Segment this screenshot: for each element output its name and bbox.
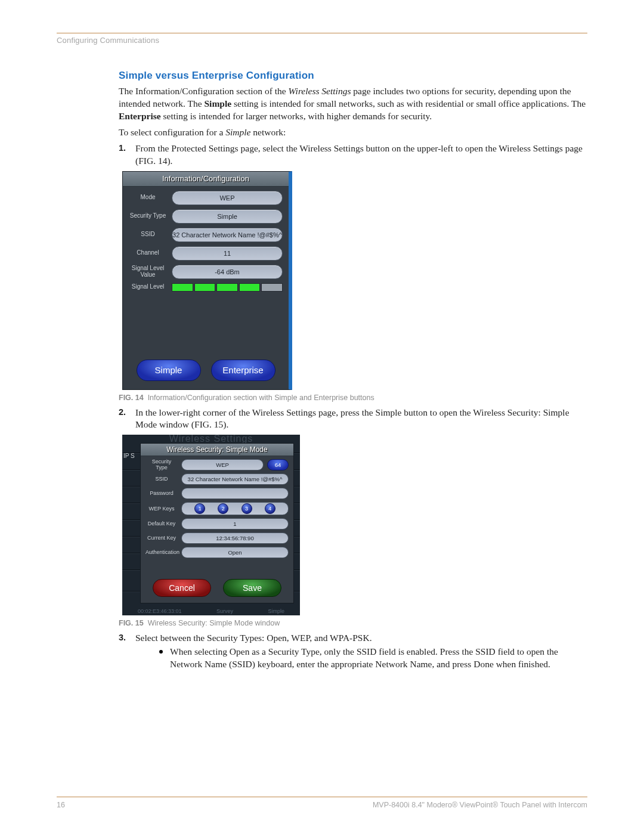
- intro-paragraph: The Information/Configuration section of…: [119, 85, 587, 123]
- fig15-ssid-label: SSID: [145, 476, 178, 482]
- wep-key-4[interactable]: 4: [265, 503, 275, 514]
- wep-key-2[interactable]: 2: [218, 503, 228, 514]
- fig15-caption: FIG. 15 Wireless Security: Simple Mode w…: [119, 619, 587, 627]
- fig14-siglevel-label: Signal Level: [129, 284, 167, 290]
- step-1: 1.From the Protected Settings page, sele…: [119, 143, 587, 168]
- cancel-button[interactable]: Cancel: [153, 579, 211, 597]
- page-number: 16: [57, 801, 65, 809]
- wep-key-3[interactable]: 3: [242, 503, 252, 514]
- header-section: Configuring Communications: [57, 36, 587, 45]
- fig14-mode-label: Mode: [129, 194, 167, 201]
- fig14-mode-value[interactable]: WEP: [172, 191, 283, 205]
- fig15-panel: Wireless Settings IP S Wireless Security…: [122, 435, 300, 615]
- fig15-auth-label: Authentication: [145, 550, 178, 555]
- fig15-ssid-value[interactable]: 32 Character Network Name !@#$%^: [181, 473, 289, 485]
- fig15-defaultkey-label: Default Key: [145, 521, 178, 527]
- fig15-dialog-title: Wireless Security: Simple Mode: [141, 444, 293, 456]
- fig15-footer-ghost: 00:02:E3:46:33:01 Survey Simple: [122, 608, 300, 614]
- fig14-signal-meter: [172, 283, 283, 292]
- wep-key-1[interactable]: 1: [194, 503, 205, 514]
- fig15-edge-label: IP S: [123, 453, 135, 459]
- fig15-password-label: Password: [145, 491, 178, 496]
- save-button[interactable]: Save: [223, 579, 281, 597]
- fig15-security-chip[interactable]: 64: [267, 459, 289, 470]
- fig15-wepkeys-label: WEP Keys: [145, 506, 178, 512]
- fig14-title: Information/Configuration: [123, 172, 289, 187]
- enterprise-button[interactable]: Enterprise: [211, 360, 275, 381]
- fig14-siglevelval-value: -64 dBm: [172, 265, 283, 279]
- intro2-paragraph: To select configuration for a Simple net…: [119, 126, 587, 139]
- fig15-dialog: Wireless Security: Simple Mode Security …: [140, 443, 294, 603]
- step-2: 2.In the lower-right corner of the Wirel…: [119, 407, 587, 432]
- fig15-auth-value[interactable]: Open: [181, 547, 289, 558]
- fig14-panel: Information/Configuration Mode WEP Secur…: [122, 171, 292, 390]
- step-3: 3.Select between the Security Types: Ope…: [119, 632, 587, 671]
- fig14-channel-label: Channel: [129, 250, 167, 256]
- fig15-wepkeys-row: 1234: [181, 502, 289, 515]
- fig14-ssid-label: SSID: [129, 231, 167, 238]
- simple-button[interactable]: Simple: [137, 360, 201, 381]
- fig14-security-label: Security Type: [129, 213, 167, 219]
- fig15-password-value[interactable]: [181, 488, 289, 499]
- page-footer: 16 MVP-8400i 8.4" Modero® ViewPoint® Tou…: [57, 797, 587, 809]
- fig14-channel-value[interactable]: 11: [172, 246, 283, 261]
- fig14-ssid-value[interactable]: 32 Character Network Name !@#$%^: [172, 228, 283, 242]
- fig15-security-label: Security Type: [145, 459, 178, 470]
- step-3-bullet: When selecting Open as a Security Type, …: [159, 646, 587, 671]
- fig15-security-value[interactable]: WEP: [181, 459, 264, 470]
- fig14-caption: FIG. 14 Information/Configuration sectio…: [119, 394, 587, 402]
- fig15-defaultkey-value[interactable]: 1: [181, 518, 289, 529]
- fig15-currentkey-label: Current Key: [145, 535, 178, 541]
- fig14-siglevelval-label: Signal Level Value: [129, 265, 167, 278]
- fig14-security-value[interactable]: Simple: [172, 209, 283, 224]
- product-line: MVP-8400i 8.4" Modero® ViewPoint® Touch …: [373, 801, 587, 809]
- fig15-currentkey-value[interactable]: 12:34:56:78:90: [181, 532, 289, 544]
- section-title: Simple versus Enterprise Configuration: [119, 70, 587, 82]
